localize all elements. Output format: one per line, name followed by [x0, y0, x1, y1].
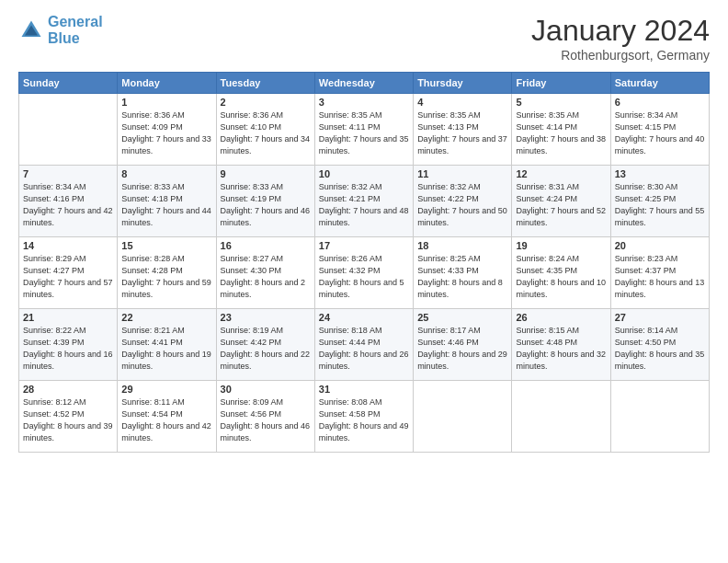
day-info: Sunrise: 8:34 AMSunset: 4:15 PMDaylight:…	[615, 109, 705, 157]
day-cell: 24Sunrise: 8:18 AMSunset: 4:44 PMDayligh…	[314, 309, 413, 381]
day-info: Sunrise: 8:31 AMSunset: 4:24 PMDaylight:…	[516, 181, 606, 229]
day-info: Sunrise: 8:36 AMSunset: 4:10 PMDaylight:…	[221, 109, 311, 157]
day-info: Sunrise: 8:25 AMSunset: 4:33 PMDaylight:…	[417, 253, 507, 301]
day-number: 23	[221, 312, 311, 323]
day-number: 27	[615, 312, 705, 323]
day-info: Sunrise: 8:34 AMSunset: 4:16 PMDaylight:…	[23, 181, 113, 229]
logo-text: General Blue	[48, 14, 103, 47]
day-number: 4	[417, 97, 507, 108]
week-row-5: 28Sunrise: 8:12 AMSunset: 4:52 PMDayligh…	[19, 381, 710, 453]
day-info: Sunrise: 8:15 AMSunset: 4:48 PMDaylight:…	[516, 325, 606, 373]
day-info: Sunrise: 8:35 AMSunset: 4:11 PMDaylight:…	[319, 109, 409, 157]
day-info: Sunrise: 8:19 AMSunset: 4:42 PMDaylight:…	[221, 325, 311, 373]
day-info: Sunrise: 8:32 AMSunset: 4:21 PMDaylight:…	[319, 181, 409, 229]
day-number: 13	[615, 168, 705, 179]
day-number: 14	[23, 240, 113, 251]
week-row-1: 1Sunrise: 8:36 AMSunset: 4:09 PMDaylight…	[19, 94, 710, 166]
day-number: 16	[221, 240, 311, 251]
day-cell	[19, 94, 118, 166]
day-cell: 22Sunrise: 8:21 AMSunset: 4:41 PMDayligh…	[118, 309, 216, 381]
day-info: Sunrise: 8:21 AMSunset: 4:41 PMDaylight:…	[121, 325, 211, 373]
day-info: Sunrise: 8:14 AMSunset: 4:50 PMDaylight:…	[615, 325, 705, 373]
day-number: 9	[221, 168, 311, 179]
day-cell: 16Sunrise: 8:27 AMSunset: 4:30 PMDayligh…	[216, 237, 314, 309]
day-info: Sunrise: 8:24 AMSunset: 4:35 PMDaylight:…	[516, 253, 606, 301]
day-info: Sunrise: 8:22 AMSunset: 4:39 PMDaylight:…	[23, 325, 113, 373]
day-number: 7	[23, 168, 113, 179]
day-info: Sunrise: 8:32 AMSunset: 4:22 PMDaylight:…	[417, 181, 507, 229]
day-cell: 5Sunrise: 8:35 AMSunset: 4:14 PMDaylight…	[512, 94, 610, 166]
day-cell: 3Sunrise: 8:35 AMSunset: 4:11 PMDaylight…	[314, 94, 413, 166]
day-info: Sunrise: 8:09 AMSunset: 4:56 PMDaylight:…	[221, 396, 311, 444]
day-cell: 28Sunrise: 8:12 AMSunset: 4:52 PMDayligh…	[19, 381, 118, 453]
day-cell: 8Sunrise: 8:33 AMSunset: 4:18 PMDaylight…	[118, 166, 216, 237]
day-number: 31	[319, 384, 409, 395]
week-row-2: 7Sunrise: 8:34 AMSunset: 4:16 PMDaylight…	[19, 166, 710, 237]
day-info: Sunrise: 8:35 AMSunset: 4:13 PMDaylight:…	[417, 109, 507, 157]
day-number: 25	[417, 312, 507, 323]
day-number: 11	[417, 168, 507, 179]
weekday-thursday: Thursday	[414, 73, 512, 94]
day-number: 26	[516, 312, 606, 323]
day-info: Sunrise: 8:17 AMSunset: 4:46 PMDaylight:…	[417, 325, 507, 373]
day-info: Sunrise: 8:12 AMSunset: 4:52 PMDaylight:…	[23, 396, 113, 444]
calendar-page: General Blue January 2024 Rothenburgsort…	[0, 0, 728, 563]
day-info: Sunrise: 8:26 AMSunset: 4:32 PMDaylight:…	[319, 253, 409, 301]
day-info: Sunrise: 8:33 AMSunset: 4:19 PMDaylight:…	[221, 181, 311, 229]
day-cell: 31Sunrise: 8:08 AMSunset: 4:58 PMDayligh…	[314, 381, 413, 453]
logo: General Blue	[18, 14, 103, 47]
day-number: 20	[615, 240, 705, 251]
day-info: Sunrise: 8:18 AMSunset: 4:44 PMDaylight:…	[319, 325, 409, 373]
day-info: Sunrise: 8:33 AMSunset: 4:18 PMDaylight:…	[121, 181, 211, 229]
day-cell: 19Sunrise: 8:24 AMSunset: 4:35 PMDayligh…	[512, 237, 610, 309]
title-block: January 2024 Rothenburgsort, Germany	[531, 14, 710, 63]
day-info: Sunrise: 8:27 AMSunset: 4:30 PMDaylight:…	[221, 253, 311, 301]
weekday-tuesday: Tuesday	[216, 73, 314, 94]
day-cell: 11Sunrise: 8:32 AMSunset: 4:22 PMDayligh…	[414, 166, 512, 237]
day-number: 29	[121, 384, 211, 395]
day-info: Sunrise: 8:28 AMSunset: 4:28 PMDaylight:…	[121, 253, 211, 301]
day-number: 19	[516, 240, 606, 251]
day-info: Sunrise: 8:11 AMSunset: 4:54 PMDaylight:…	[121, 396, 211, 444]
day-cell: 13Sunrise: 8:30 AMSunset: 4:25 PMDayligh…	[610, 166, 709, 237]
month-title: January 2024	[531, 14, 710, 48]
header: General Blue January 2024 Rothenburgsort…	[18, 14, 710, 63]
day-cell: 7Sunrise: 8:34 AMSunset: 4:16 PMDaylight…	[19, 166, 118, 237]
day-cell: 10Sunrise: 8:32 AMSunset: 4:21 PMDayligh…	[314, 166, 413, 237]
day-info: Sunrise: 8:36 AMSunset: 4:09 PMDaylight:…	[121, 109, 211, 157]
day-cell: 1Sunrise: 8:36 AMSunset: 4:09 PMDaylight…	[118, 94, 216, 166]
day-cell: 18Sunrise: 8:25 AMSunset: 4:33 PMDayligh…	[414, 237, 512, 309]
day-number: 1	[121, 97, 211, 108]
day-info: Sunrise: 8:23 AMSunset: 4:37 PMDaylight:…	[615, 253, 705, 301]
weekday-friday: Friday	[512, 73, 610, 94]
day-cell: 15Sunrise: 8:28 AMSunset: 4:28 PMDayligh…	[118, 237, 216, 309]
day-number: 28	[23, 384, 113, 395]
day-info: Sunrise: 8:30 AMSunset: 4:25 PMDaylight:…	[615, 181, 705, 229]
day-cell: 21Sunrise: 8:22 AMSunset: 4:39 PMDayligh…	[19, 309, 118, 381]
day-cell: 30Sunrise: 8:09 AMSunset: 4:56 PMDayligh…	[216, 381, 314, 453]
weekday-sunday: Sunday	[19, 73, 118, 94]
day-cell: 6Sunrise: 8:34 AMSunset: 4:15 PMDaylight…	[610, 94, 709, 166]
weekday-monday: Monday	[118, 73, 216, 94]
day-cell: 26Sunrise: 8:15 AMSunset: 4:48 PMDayligh…	[512, 309, 610, 381]
weekday-header-row: SundayMondayTuesdayWednesdayThursdayFrid…	[19, 73, 710, 94]
day-number: 30	[221, 384, 311, 395]
day-number: 6	[615, 97, 705, 108]
day-cell	[610, 381, 709, 453]
day-cell	[512, 381, 610, 453]
day-cell: 12Sunrise: 8:31 AMSunset: 4:24 PMDayligh…	[512, 166, 610, 237]
day-number: 17	[319, 240, 409, 251]
day-cell: 4Sunrise: 8:35 AMSunset: 4:13 PMDaylight…	[414, 94, 512, 166]
day-number: 10	[319, 168, 409, 179]
day-cell	[414, 381, 512, 453]
day-number: 5	[516, 97, 606, 108]
day-cell: 29Sunrise: 8:11 AMSunset: 4:54 PMDayligh…	[118, 381, 216, 453]
day-cell: 17Sunrise: 8:26 AMSunset: 4:32 PMDayligh…	[314, 237, 413, 309]
day-cell: 2Sunrise: 8:36 AMSunset: 4:10 PMDaylight…	[216, 94, 314, 166]
day-cell: 14Sunrise: 8:29 AMSunset: 4:27 PMDayligh…	[19, 237, 118, 309]
week-row-4: 21Sunrise: 8:22 AMSunset: 4:39 PMDayligh…	[19, 309, 710, 381]
day-info: Sunrise: 8:08 AMSunset: 4:58 PMDaylight:…	[319, 396, 409, 444]
subtitle: Rothenburgsort, Germany	[531, 48, 710, 63]
day-cell: 23Sunrise: 8:19 AMSunset: 4:42 PMDayligh…	[216, 309, 314, 381]
day-number: 22	[121, 312, 211, 323]
